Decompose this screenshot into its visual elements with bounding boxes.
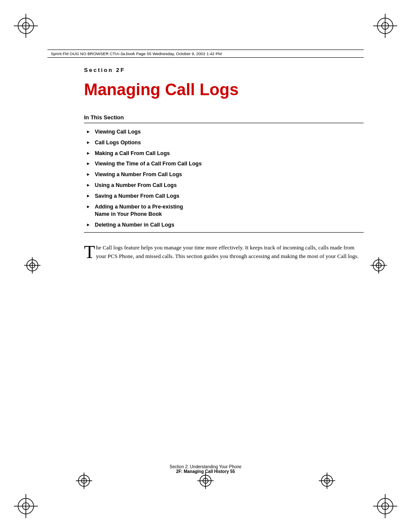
toc-item-5: ► Viewing a Number From Call Logs: [84, 171, 364, 178]
corner-mark-br: [372, 493, 398, 519]
toc-text-9: Deleting a Number in Call Logs: [95, 221, 174, 229]
toc-arrow-2: ►: [86, 140, 90, 145]
toc-arrow-7: ►: [86, 193, 90, 198]
toc-arrow-8: ►: [86, 204, 90, 209]
mid-mark-bottom-right: [318, 472, 336, 491]
in-this-section: In This Section ► Viewing Call Logs ► Ca…: [84, 114, 364, 233]
toc-header: In This Section: [84, 114, 364, 123]
mid-mark-bottom-center: [197, 472, 214, 491]
toc-item-8: ► Adding a Number to a Pre-existingName …: [84, 203, 364, 218]
corner-mark-tl: [13, 13, 39, 39]
toc-item-4: ► Viewing the Time of a Call From Call L…: [84, 160, 364, 168]
toc-text-3: Making a Call From Call Logs: [95, 150, 170, 157]
corner-mark-tr: [372, 13, 398, 39]
toc-text-8: Adding a Number to a Pre-existingName in…: [95, 203, 183, 218]
toc-arrow-6: ►: [86, 183, 90, 187]
body-text-content: he Call logs feature helps you manage yo…: [96, 244, 359, 259]
toc-text-1: Viewing Call Logs: [95, 128, 141, 136]
corner-mark-bl: [13, 493, 39, 519]
toc-arrow-4: ►: [86, 161, 90, 166]
toc-item-1: ► Viewing Call Logs: [84, 128, 364, 136]
toc-text-4: Viewing the Time of a Call From Call Log…: [95, 160, 202, 168]
toc-item-7: ► Saving a Number From Call Logs: [84, 193, 364, 200]
main-title: Managing Call Logs: [84, 81, 364, 99]
toc-text-7: Saving a Number From Call Logs: [95, 193, 180, 200]
footer-line2: 2F: Managing Call History 55: [47, 469, 364, 474]
drop-cap: T: [84, 245, 95, 260]
page: Sprint FM OUG NO BROWSER CTIA-3a.book Pa…: [0, 0, 411, 532]
toc-text-5: Viewing a Number From Call Logs: [95, 171, 182, 178]
header-text: Sprint FM OUG NO BROWSER CTIA-3a.book Pa…: [51, 51, 222, 56]
toc-arrow-3: ►: [86, 151, 90, 156]
toc-arrow-1: ►: [86, 129, 90, 134]
toc-section-end: [84, 232, 364, 233]
header-bar: Sprint FM OUG NO BROWSER CTIA-3a.book Pa…: [47, 50, 364, 58]
body-paragraph: The Call logs feature helps you manage y…: [84, 243, 364, 261]
toc-text-2: Call Logs Options: [95, 139, 141, 146]
toc-arrow-9: ►: [86, 222, 90, 227]
mid-mark-bottom-left: [75, 472, 93, 491]
main-content: Section 2F Managing Call Logs In This Se…: [84, 67, 364, 261]
toc-item-2: ► Call Logs Options: [84, 139, 364, 146]
section-label: Section 2F: [84, 67, 364, 73]
toc-item-3: ► Making a Call From Call Logs: [84, 150, 364, 157]
mid-mark-right: [370, 257, 387, 276]
footer-line1: Section 2: Understanding Your Phone: [47, 464, 364, 469]
toc-item-9: ► Deleting a Number in Call Logs: [84, 221, 364, 229]
toc-item-6: ► Using a Number From Call Logs: [84, 182, 364, 189]
footer: Section 2: Understanding Your Phone 2F: …: [47, 464, 364, 474]
mid-mark-left: [24, 257, 41, 276]
toc-text-6: Using a Number From Call Logs: [95, 182, 177, 189]
toc-arrow-5: ►: [86, 172, 90, 177]
